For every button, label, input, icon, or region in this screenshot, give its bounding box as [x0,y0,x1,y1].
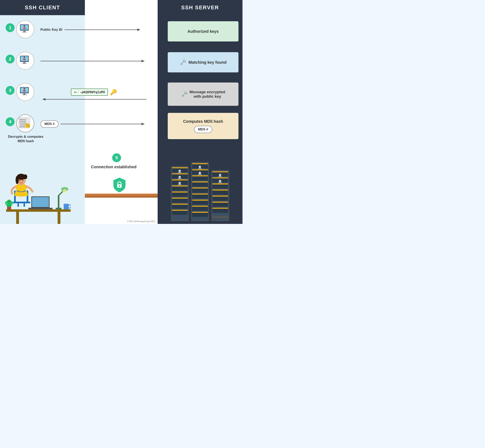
svg-rect-107 [192,200,208,201]
md5-label: MD5 # [40,120,59,128]
svg-rect-77 [172,173,188,174]
client-computer-1 [16,20,34,39]
server-md5-pill: MD5 # [194,126,212,133]
svg-rect-2 [23,30,25,32]
svg-rect-131 [212,216,228,218]
computes-md5-box: Computes MD5 hash MD5 # [168,113,238,139]
svg-rect-49 [13,202,30,203]
encrypted-text: <-`-pK@H9WYq2uMX [71,88,108,96]
svg-rect-81 [172,185,188,186]
svg-point-92 [179,182,181,184]
shield-icon [112,176,126,193]
diagram: SSH CLIENT SSH SERVER 1 Public Key ID [0,0,242,224]
svg-point-58 [23,174,27,179]
svg-point-112 [199,166,201,168]
encrypted-msg-box: 🗝️ Message encryptedwith public key [168,82,238,106]
svg-text:10010110: 10010110 [19,119,26,120]
svg-rect-3 [22,32,27,32]
svg-rect-20 [23,93,25,95]
step-1-circle: 1 [6,23,15,32]
watermark: CSDN @ManageEngine原文 [127,220,156,223]
svg-rect-120 [212,184,228,184]
svg-point-90 [179,170,181,172]
matching-key-text: Matching key found [188,60,227,65]
svg-point-57 [16,176,19,184]
svg-rect-42 [119,186,120,187]
svg-rect-89 [172,210,188,211]
svg-text:01001001: 01001001 [19,120,26,122]
authorized-keys-text: Authorized keys [188,29,219,34]
server-header: SSH SERVER [158,0,242,15]
svg-point-65 [63,189,67,193]
arrow-2 [40,59,148,63]
svg-rect-128 [212,208,228,209]
connection-bar [85,193,158,198]
svg-rect-116 [212,171,228,172]
svg-point-59 [19,180,20,181]
key-icon-3b: 🗝️ [181,91,188,97]
arrow-1: Public Key ID [40,28,148,32]
svg-marker-8 [137,29,141,31]
svg-rect-23 [23,90,25,91]
svg-rect-95 [192,163,208,164]
svg-rect-111 [192,212,208,213]
svg-rect-5 [23,27,25,29]
svg-rect-12 [22,63,27,64]
svg-point-6 [23,25,25,27]
key-icon-3: 🔑 [110,89,117,96]
key-icon-2: 🗝️ [180,59,186,65]
encrypted-msg-text: Message encryptedwith public key [189,90,225,99]
step-5-circle: 5 [112,153,121,162]
svg-point-60 [23,180,23,181]
svg-rect-87 [172,204,188,205]
svg-point-129 [219,174,221,176]
svg-point-70 [7,200,11,204]
svg-marker-17 [141,60,145,62]
connection-label: Connection established [91,165,137,169]
svg-rect-126 [212,202,228,203]
client-header: SSH CLIENT [0,0,85,15]
svg-rect-35 [28,126,30,126]
binary-icon: 10010110 01001001 10110100 11001010 0101… [16,114,34,132]
svg-rect-11 [23,62,25,63]
svg-rect-14 [23,59,25,60]
svg-rect-97 [192,169,208,170]
person-illustration [0,159,85,224]
svg-point-113 [199,172,201,174]
authorized-keys-box: Authorized keys [168,21,238,41]
client-title: SSH CLIENT [25,4,60,11]
svg-rect-21 [22,94,27,95]
computes-md5-text: Computes MD5 hash [183,119,223,124]
svg-point-15 [23,57,25,58]
server-title: SSH SERVER [181,4,219,11]
step-2-circle: 2 [6,55,15,64]
svg-rect-109 [192,206,208,207]
svg-rect-36 [29,126,29,127]
matching-key-box: 🗝️ Matching key found [168,52,238,72]
svg-marker-39 [141,123,145,125]
client-computer-2 [16,52,34,70]
svg-rect-122 [212,190,228,191]
svg-point-91 [179,176,181,178]
arrow-1-label: Public Key ID [40,28,63,32]
svg-text:10110100: 10110100 [19,122,26,124]
svg-rect-124 [212,196,228,197]
client-computer-3 [16,83,34,101]
svg-rect-118 [212,177,228,178]
svg-rect-72 [64,204,68,205]
decrypt-label: Decrypts & computesMD5 hash [8,135,43,144]
step-3-circle: 3 [6,86,15,95]
svg-rect-79 [172,179,188,180]
svg-rect-85 [172,198,188,199]
arrow-3: <-`-pK@H9WYq2uMX 🔑 [39,88,149,101]
svg-rect-105 [192,193,208,195]
step-4-circle: 4 [6,117,15,126]
svg-rect-103 [192,187,208,189]
svg-rect-83 [172,192,188,192]
svg-rect-37 [29,126,30,127]
svg-point-24 [23,88,25,89]
svg-marker-26 [42,98,46,101]
svg-rect-62 [58,196,59,208]
svg-rect-99 [192,175,208,176]
server-racks [158,159,242,224]
